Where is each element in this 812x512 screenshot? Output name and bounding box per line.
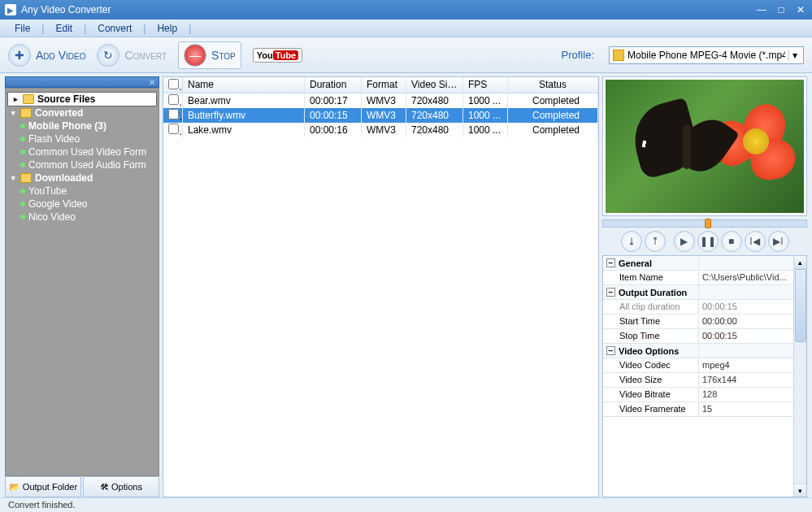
profile-value: Mobile Phone MPEG-4 Movie (*.mp4) <box>627 50 785 61</box>
app-icon: ▶ <box>5 4 16 15</box>
tree-item-common-audio[interactable]: Common Used Audio Form <box>6 158 158 171</box>
bullet-icon <box>20 137 25 141</box>
titlebar: ▶ Any Video Converter — □ ✕ <box>0 0 812 20</box>
col-status[interactable]: Status <box>508 77 598 93</box>
options-button[interactable]: 🛠Options <box>83 476 159 497</box>
row-checkbox[interactable] <box>168 109 179 119</box>
sidebar-collapse-button[interactable]: ✕ <box>5 76 159 88</box>
menu-edit[interactable]: Edit <box>49 23 79 34</box>
menu-file[interactable]: File <box>8 23 37 34</box>
mark-in-button[interactable]: ⤓ <box>621 231 642 252</box>
col-name[interactable]: Name <box>183 77 305 93</box>
bullet-icon <box>20 202 25 206</box>
scrollbar-thumb[interactable] <box>795 269 806 342</box>
folder-icon <box>23 94 34 104</box>
convert-icon: ↻ <box>97 44 119 67</box>
file-list: Name Duration Format Video Size FPS Stat… <box>163 76 599 497</box>
status-text: Convert finished. <box>8 500 76 510</box>
props-video-framerate[interactable]: Video Framerate15 <box>603 402 793 417</box>
tree-item-mobile-phone[interactable]: Mobile Phone (3) <box>6 119 158 132</box>
collapse-icon[interactable]: ▾ <box>9 109 17 117</box>
profile-select[interactable]: Mobile Phone MPEG-4 Movie (*.mp4) ▾ <box>609 46 804 64</box>
row-checkbox[interactable] <box>168 124 179 134</box>
bullet-icon <box>20 189 25 193</box>
tree-item-nico-video[interactable]: Nico Video <box>6 210 158 223</box>
add-video-button[interactable]: ✚ Add Video <box>8 44 85 67</box>
tree-item-youtube[interactable]: YouTube <box>6 184 158 197</box>
properties-panel: −General Item NameC:\Users\Public\Vid...… <box>602 255 807 497</box>
row-checkbox[interactable] <box>168 94 179 105</box>
preview-image <box>606 80 804 213</box>
mark-out-button[interactable]: ⤒ <box>645 231 666 252</box>
next-button[interactable]: ▶I <box>768 231 789 252</box>
scroll-down-icon[interactable]: ▾ <box>794 484 806 497</box>
col-fps[interactable]: FPS <box>463 77 508 93</box>
tools-icon: 🛠 <box>100 482 109 492</box>
properties-scrollbar[interactable]: ▴ ▾ <box>793 256 806 497</box>
sidebar: ✕ ▸Source Files ▾Converted Mobile Phone … <box>5 76 159 497</box>
bullet-icon <box>20 124 25 128</box>
stop-label: Stop <box>211 49 236 62</box>
props-video-bitrate[interactable]: Video Bitrate128 <box>603 388 793 402</box>
props-item-name[interactable]: Item NameC:\Users\Public\Vid... <box>603 271 793 285</box>
bullet-icon <box>20 163 25 167</box>
tree-downloaded[interactable]: ▾Downloaded <box>6 171 158 184</box>
collapse-icon[interactable]: − <box>606 258 615 267</box>
collapse-icon[interactable]: ▾ <box>9 174 17 182</box>
table-row[interactable]: Butterfly.wmv 00:00:15 WMV3 720x480 1000… <box>163 108 598 123</box>
maximize-button[interactable]: □ <box>775 4 788 15</box>
pause-button[interactable]: ❚❚ <box>697 231 719 252</box>
tree-item-common-video[interactable]: Common Used Video Form <box>6 145 158 158</box>
table-row[interactable]: Lake.wmv 00:00:16 WMV3 720x480 1000 ... … <box>163 123 598 137</box>
props-video-codec[interactable]: Video Codecmpeg4 <box>603 358 793 373</box>
play-button[interactable]: ▶ <box>674 231 695 252</box>
table-row[interactable]: Bear.wmv 00:00:17 WMV3 720x480 1000 ... … <box>163 93 598 108</box>
expand-icon[interactable]: ▸ <box>11 95 20 103</box>
folder-tree: ▸Source Files ▾Converted Mobile Phone (3… <box>5 88 159 476</box>
preview-pane <box>602 76 807 216</box>
col-duration[interactable]: Duration <box>305 77 362 93</box>
menu-help[interactable]: Help <box>150 23 184 34</box>
tree-item-google-video[interactable]: Google Video <box>6 197 158 210</box>
stop-playback-button[interactable]: ■ <box>721 231 742 252</box>
prev-button[interactable]: I◀ <box>745 231 766 252</box>
convert-button[interactable]: ↻ Convert <box>97 44 167 67</box>
folder-icon <box>20 173 32 183</box>
profile-icon <box>613 50 624 61</box>
props-all-clip-duration: All clip duration00:00:15 <box>603 300 793 315</box>
props-section-general[interactable]: −General <box>603 256 793 271</box>
stop-button[interactable]: — Stop <box>178 41 241 69</box>
close-button[interactable]: ✕ <box>794 4 807 15</box>
seek-slider[interactable] <box>602 219 807 228</box>
output-folder-button[interactable]: 📂Output Folder <box>5 476 81 497</box>
menu-convert[interactable]: Convert <box>91 23 138 34</box>
col-format[interactable]: Format <box>362 77 406 93</box>
props-video-size[interactable]: Video Size176x144 <box>603 373 793 388</box>
chevron-down-icon[interactable]: ▾ <box>788 50 800 61</box>
props-section-video-options[interactable]: −Video Options <box>603 344 793 358</box>
bullet-icon <box>20 150 25 154</box>
col-video-size[interactable]: Video Size <box>406 77 463 93</box>
right-panel: ⤓ ⤒ ▶ ❚❚ ■ I◀ ▶I −General Item NameC:\Us… <box>602 76 807 497</box>
collapse-icon[interactable]: − <box>606 288 615 297</box>
tree-source-files[interactable]: ▸Source Files <box>7 92 157 106</box>
collapse-icon[interactable]: − <box>606 346 615 355</box>
add-video-label: Add Video <box>36 49 85 62</box>
props-start-time[interactable]: Start Time00:00:00 <box>603 315 793 329</box>
select-all-checkbox[interactable] <box>168 79 179 89</box>
convert-label: Convert <box>124 49 167 62</box>
slider-thumb[interactable] <box>705 219 711 228</box>
scroll-up-icon[interactable]: ▴ <box>794 256 806 269</box>
window-title: Any Video Converter <box>21 4 755 15</box>
props-stop-time[interactable]: Stop Time00:00:15 <box>603 329 793 344</box>
props-section-output-duration[interactable]: −Output Duration <box>603 285 793 300</box>
minimize-button[interactable]: — <box>755 4 768 15</box>
folder-icon <box>20 108 32 118</box>
tree-item-flash-video[interactable]: Flash Video <box>6 132 158 145</box>
stop-icon: — <box>184 44 206 67</box>
status-bar: Convert finished. <box>0 497 812 512</box>
tree-converted[interactable]: ▾Converted <box>6 106 158 119</box>
player-controls: ⤓ ⤒ ▶ ❚❚ ■ I◀ ▶I <box>602 229 807 254</box>
youtube-button[interactable]: YouTube <box>253 48 302 63</box>
profile-label: Profile: <box>562 49 594 61</box>
